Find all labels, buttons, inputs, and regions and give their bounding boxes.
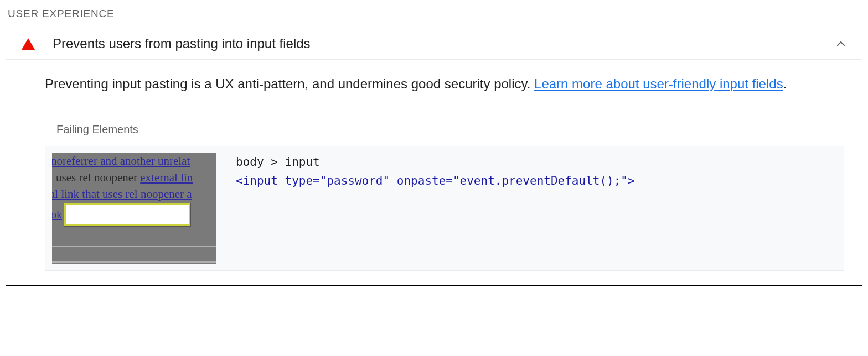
failing-elements-box: Failing Elements noreferrer and another …: [45, 113, 844, 271]
failing-element-details: body > input <input type="password" onpa…: [236, 153, 837, 187]
audit-header[interactable]: Prevents users from pasting into input f…: [6, 28, 862, 60]
thumbnail-text-line: al link that uses rel noopener a: [52, 187, 192, 201]
thumbnail-text-line: noreferrer and another unrelat: [52, 154, 190, 168]
element-html-snippet: <input type="password" onpaste="event.pr…: [236, 174, 837, 187]
audit-description-text: Preventing input pasting is a UX anti-pa…: [45, 76, 534, 91]
thumbnail-text-line: t uses rel noopener external lin: [52, 171, 193, 185]
failing-elements-header: Failing Elements: [45, 113, 844, 146]
element-dom-path: body > input: [236, 155, 837, 169]
section-title: USER EXPERIENCE: [8, 8, 862, 20]
thumbnail-text-line: ok: [52, 203, 190, 226]
highlighted-input-box-icon: [64, 203, 190, 226]
warning-triangle-icon: [22, 38, 35, 50]
audit-body: Preventing input pasting is a UX anti-pa…: [6, 60, 862, 285]
thumbnail-divider: [52, 261, 216, 263]
thumbnail-divider: [52, 246, 216, 247]
failing-element-row: noreferrer and another unrelat t uses re…: [45, 146, 844, 270]
learn-more-link[interactable]: Learn more about user-friendly input fie…: [534, 76, 783, 91]
audit-panel: Prevents users from pasting into input f…: [6, 28, 862, 286]
chevron-up-icon[interactable]: [834, 37, 848, 50]
audit-description-suffix: .: [783, 76, 787, 91]
audit-description: Preventing input pasting is a UX anti-pa…: [45, 74, 844, 94]
element-screenshot-thumbnail: noreferrer and another unrelat t uses re…: [52, 153, 216, 264]
audit-title: Prevents users from pasting into input f…: [53, 36, 834, 51]
